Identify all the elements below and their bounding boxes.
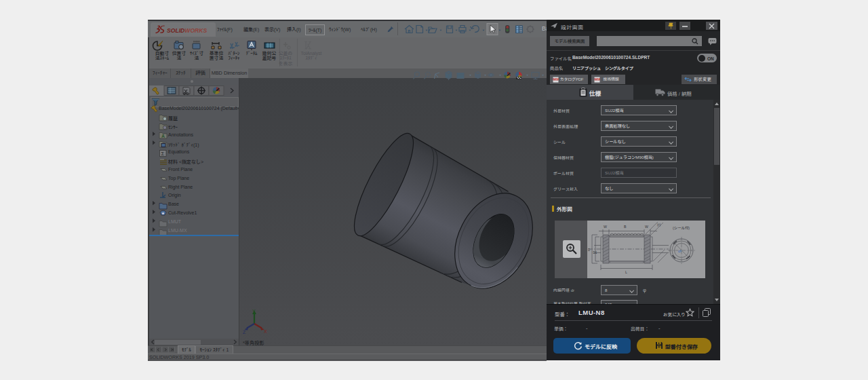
svg-text:PDF: PDF bbox=[595, 78, 599, 81]
svg-text:D1: D1 bbox=[593, 251, 597, 254]
svg-text:(r): (r) bbox=[657, 223, 660, 227]
svg-text:SOLIDWORKS: SOLIDWORKS bbox=[167, 27, 207, 34]
svg-text:Z: Z bbox=[243, 330, 246, 335]
svg-text:Y: Y bbox=[252, 309, 256, 314]
svg-text:(シール付): (シール付) bbox=[673, 226, 690, 230]
svg-text:dr: dr bbox=[678, 248, 682, 253]
svg-text:A: A bbox=[161, 134, 165, 138]
svg-text:Σ: Σ bbox=[161, 151, 165, 157]
svg-text:L: L bbox=[625, 270, 627, 274]
svg-text:B: B bbox=[624, 225, 627, 229]
svg-text:PDF: PDF bbox=[554, 78, 558, 81]
svg-text:W: W bbox=[645, 225, 648, 229]
svg-text:X: X bbox=[264, 329, 267, 334]
svg-text:W: W bbox=[604, 225, 607, 229]
